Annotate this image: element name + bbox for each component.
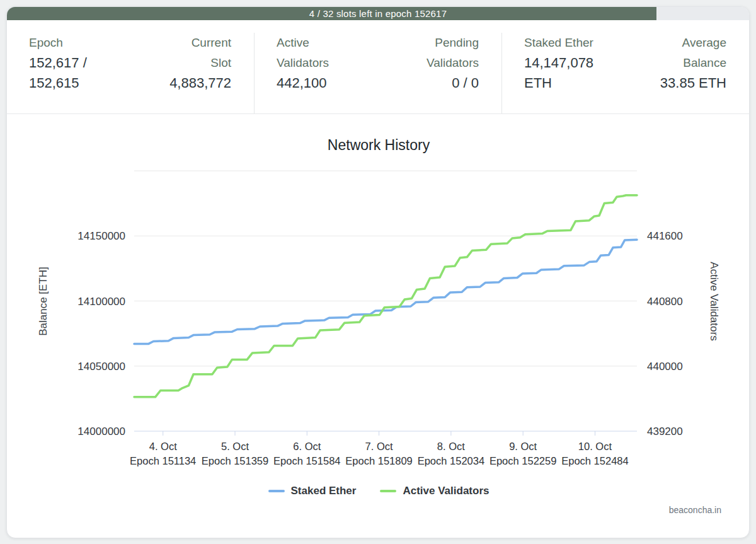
x-axis-epoch-label: Epoch 152259: [490, 455, 556, 466]
right-axis-title: Active Validators: [708, 262, 720, 340]
x-axis-epoch-label: Epoch 151584: [273, 455, 340, 466]
stats-group-2: Active Validators 442,100 Pending Valida…: [255, 33, 502, 113]
x-axis-date-label: 4. Oct: [149, 441, 177, 452]
left-axis-tick-label: 14000000: [77, 425, 125, 437]
stat-pending-validators-label: Pending Validators: [415, 33, 479, 73]
stat-pending-validators-value: 0 / 0: [452, 73, 479, 93]
chart-legend: Staked Ether Active Validators: [7, 485, 750, 497]
stat-active-validators-value: 442,100: [277, 73, 327, 93]
stat-staked-ether-label: Staked Ether: [524, 33, 593, 53]
right-axis-tick-label: 441600: [647, 230, 683, 242]
x-axis-epoch-label: Epoch 152034: [418, 455, 484, 466]
right-axis-tick-label: 440800: [647, 296, 683, 308]
x-axis-epoch-label: Epoch 151809: [345, 455, 412, 466]
legend-item-active-validators[interactable]: Active Validators: [380, 485, 489, 497]
stat-current-slot-value: 4,883,772: [169, 73, 231, 93]
stat-active-validators: Active Validators 442,100: [277, 33, 341, 113]
staked-ether-line-icon: [268, 490, 285, 492]
network-stats-strip: Epoch 152,617 / 152,615 Current Slot 4,8…: [7, 20, 749, 114]
epoch-progress-text: 4 / 32 slots left in epoch 152617: [7, 7, 749, 20]
legend-label-staked-ether: Staked Ether: [291, 485, 357, 497]
stat-epoch-value: 152,617 / 152,615: [29, 53, 100, 93]
stat-current-slot: Current Slot 4,883,772: [169, 33, 231, 113]
left-axis-tick-label: 14050000: [77, 361, 125, 373]
x-axis-epoch-label: Epoch 151359: [202, 455, 268, 466]
active-validators-line-icon: [380, 490, 396, 492]
stat-average-balance: Average Balance 33.85 ETH: [660, 33, 726, 113]
dashboard-card: 4 / 32 slots left in epoch 152617 Epoch …: [6, 6, 750, 538]
right-axis-tick-label: 439200: [647, 425, 683, 437]
beaconchain-watermark-link[interactable]: beaconcha.in: [669, 505, 721, 515]
x-axis-epoch-label: Epoch 151134: [130, 455, 196, 466]
legend-item-staked-ether[interactable]: Staked Ether: [268, 485, 357, 497]
stats-group-3: Staked Ether 14,147,078 ETH Average Bala…: [502, 33, 749, 113]
stat-pending-validators: Pending Validators 0 / 0: [415, 33, 479, 113]
stats-group-1: Epoch 152,617 / 152,615 Current Slot 4,8…: [7, 33, 255, 113]
stat-average-balance-label: Average Balance: [668, 33, 726, 73]
chart-canvas[interactable]: 1400000014050000141000001415000043920044…: [7, 114, 750, 538]
left-axis-tick-label: 14150000: [77, 230, 125, 242]
left-axis-tick-label: 14100000: [77, 296, 125, 308]
x-axis-date-label: 6. Oct: [293, 441, 321, 452]
staked-ether-line[interactable]: [134, 240, 637, 344]
stat-current-slot-label: Current Slot: [180, 33, 231, 73]
stat-active-validators-label: Active Validators: [277, 33, 341, 73]
x-axis-epoch-label: Epoch 152484: [561, 455, 628, 466]
stat-average-balance-value: 33.85 ETH: [660, 73, 726, 93]
x-axis-date-label: 10. Oct: [578, 441, 612, 452]
epoch-progress-bar: 4 / 32 slots left in epoch 152617: [7, 7, 749, 20]
stat-staked-ether: Staked Ether 14,147,078 ETH: [524, 33, 604, 113]
network-history-chart[interactable]: Network History 140000001405000014100000…: [7, 114, 749, 538]
stat-staked-ether-value: 14,147,078 ETH: [524, 53, 604, 93]
stat-epoch-label: Epoch: [29, 33, 63, 53]
active-validators-line[interactable]: [134, 195, 637, 397]
x-axis-date-label: 8. Oct: [437, 441, 465, 452]
beaconchain-dashboard: { "page": { "watermark": "beaconcha.in" …: [0, 0, 756, 544]
x-axis-date-label: 5. Oct: [221, 441, 249, 452]
stat-epoch: Epoch 152,617 / 152,615: [29, 33, 100, 113]
x-axis-date-label: 7. Oct: [365, 441, 393, 452]
x-axis-date-label: 9. Oct: [509, 441, 537, 452]
right-axis-tick-label: 440000: [647, 361, 683, 373]
legend-label-active-validators: Active Validators: [403, 485, 489, 497]
left-axis-title: Balance [ETH]: [37, 267, 49, 336]
